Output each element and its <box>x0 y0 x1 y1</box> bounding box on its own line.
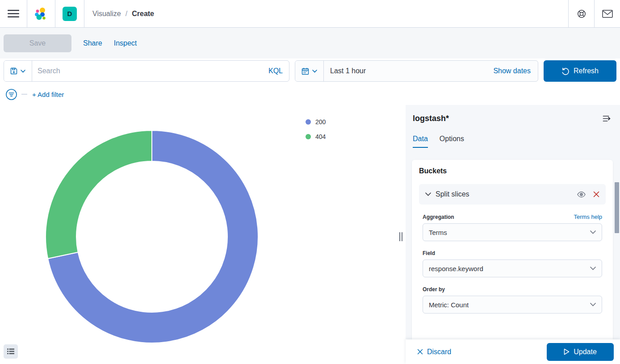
order-by-select[interactable]: Metric: Count <box>423 296 602 314</box>
search-control: KQL <box>4 60 289 82</box>
update-button[interactable]: Update <box>547 343 614 361</box>
legend-item-200[interactable]: 200 <box>306 117 326 126</box>
close-icon <box>417 349 423 355</box>
editor-footer: Discard Update <box>406 339 620 364</box>
split-slices-accordion[interactable]: Split slices <box>419 184 606 205</box>
top-chrome-bar: D Visualize / Create <box>0 0 620 28</box>
space-badge: D <box>63 7 77 21</box>
panel-scrollbar-thumb[interactable] <box>615 182 619 233</box>
time-range-value[interactable]: Last 1 hour <box>324 67 493 75</box>
editor-tabs: Data Options <box>406 135 620 148</box>
chevron-down-icon <box>590 303 596 306</box>
field-select[interactable]: response.keyword <box>423 259 602 277</box>
filter-dash-decoration <box>21 94 27 95</box>
save-query-icon <box>10 67 17 75</box>
chart-legend: 200404 <box>306 117 326 141</box>
donut-slice-404[interactable] <box>46 130 152 259</box>
legend-label: 404 <box>315 133 326 140</box>
filter-bar: + Add filter <box>0 84 620 105</box>
terms-help-link[interactable]: Terms help <box>574 213 602 220</box>
save-button[interactable]: Save <box>4 34 71 52</box>
query-bar: KQL Last 1 hour Show dates Refresh <box>0 59 620 84</box>
refresh-icon <box>561 67 569 75</box>
tab-data[interactable]: Data <box>413 135 428 148</box>
newsfeed-button[interactable] <box>595 0 620 27</box>
legend-label: 200 <box>315 118 326 126</box>
calendar-icon <box>302 67 309 75</box>
field-group: Field response.keyword <box>423 250 602 277</box>
chevron-down-icon <box>590 230 596 234</box>
field-label: Field <box>423 250 435 256</box>
legend-dot <box>306 134 311 139</box>
order-by-group: Order by Metric: Count <box>423 286 602 314</box>
visualization-chart-area: 200404 <box>0 105 398 364</box>
aggregation-value: Terms <box>429 229 447 236</box>
field-value: response.keyword <box>429 265 483 272</box>
play-icon <box>564 348 570 355</box>
remove-bucket-button[interactable] <box>593 191 599 197</box>
mail-icon <box>602 10 613 18</box>
visualize-toolbar: Save Share Inspect <box>0 28 620 59</box>
space-switcher[interactable]: D <box>55 0 84 27</box>
legend-toggle-button[interactable] <box>4 344 18 359</box>
chevron-down-icon <box>21 70 25 73</box>
vis-editor-panel: logstash* Data Options Buckets Split sl <box>406 105 620 364</box>
add-filter-button[interactable]: + Add filter <box>32 91 64 98</box>
panel-resize-handle[interactable] <box>399 232 402 241</box>
top-bar-left: D Visualize / Create <box>0 0 154 27</box>
refresh-button[interactable]: Refresh <box>544 60 616 82</box>
legend-item-404[interactable]: 404 <box>306 132 326 141</box>
bucket-form: Aggregation Terms help Terms Field respo… <box>419 213 606 314</box>
elastic-logo-button[interactable] <box>27 0 55 27</box>
help-button[interactable] <box>569 0 594 27</box>
hamburger-icon <box>7 9 20 18</box>
breadcrumb-visualize[interactable]: Visualize <box>92 10 121 18</box>
index-pattern-title: logstash* <box>413 114 449 123</box>
breadcrumb-create: Create <box>132 10 154 18</box>
aggregation-label: Aggregation <box>423 214 454 220</box>
breadcrumb: Visualize / Create <box>92 10 154 18</box>
content-area: 200404 logstash* Dat <box>0 105 620 364</box>
discard-label: Discard <box>427 348 451 356</box>
show-dates-button[interactable]: Show dates <box>493 67 538 75</box>
share-button[interactable]: Share <box>83 39 102 47</box>
close-icon <box>593 191 599 197</box>
saved-query-menu-button[interactable] <box>4 61 32 81</box>
order-by-label: Order by <box>423 286 445 293</box>
eye-icon <box>577 191 586 198</box>
accordion-actions <box>577 191 599 198</box>
chevron-down-icon <box>590 267 596 270</box>
menu-button[interactable] <box>0 0 27 27</box>
kql-syntax-button[interactable]: KQL <box>262 67 289 75</box>
elastic-logo-icon <box>34 7 48 21</box>
aggregation-select[interactable]: Terms <box>423 223 602 241</box>
buckets-card: Buckets Split slices <box>412 160 613 364</box>
split-slices-label: Split slices <box>436 190 469 198</box>
filter-icon[interactable] <box>5 88 17 100</box>
refresh-label: Refresh <box>574 67 599 75</box>
aggregation-group: Aggregation Terms help Terms <box>423 213 602 241</box>
divider <box>84 0 84 27</box>
menu-right-icon <box>603 115 611 122</box>
search-input[interactable] <box>32 61 262 81</box>
update-label: Update <box>574 348 597 356</box>
chevron-down-icon <box>312 70 317 73</box>
date-quick-menu-button[interactable] <box>295 61 324 81</box>
breadcrumb-separator: / <box>126 10 127 18</box>
order-by-value: Metric: Count <box>429 301 469 309</box>
donut-chart[interactable] <box>45 130 259 344</box>
panel-resizer-gutter <box>398 105 406 364</box>
date-picker-control: Last 1 hour Show dates <box>295 60 538 82</box>
list-icon <box>7 348 14 355</box>
buckets-title: Buckets <box>419 167 606 175</box>
legend-dot <box>306 119 311 125</box>
discard-button[interactable]: Discard <box>417 348 451 356</box>
chevron-down-icon <box>425 192 431 196</box>
help-icon <box>577 9 586 19</box>
top-bar-right <box>568 0 620 27</box>
toggle-visibility-button[interactable] <box>577 191 586 198</box>
inspect-button[interactable]: Inspect <box>114 39 137 47</box>
panel-header: logstash* <box>406 105 620 123</box>
collapse-panel-button[interactable] <box>602 114 612 123</box>
tab-options[interactable]: Options <box>440 135 464 148</box>
